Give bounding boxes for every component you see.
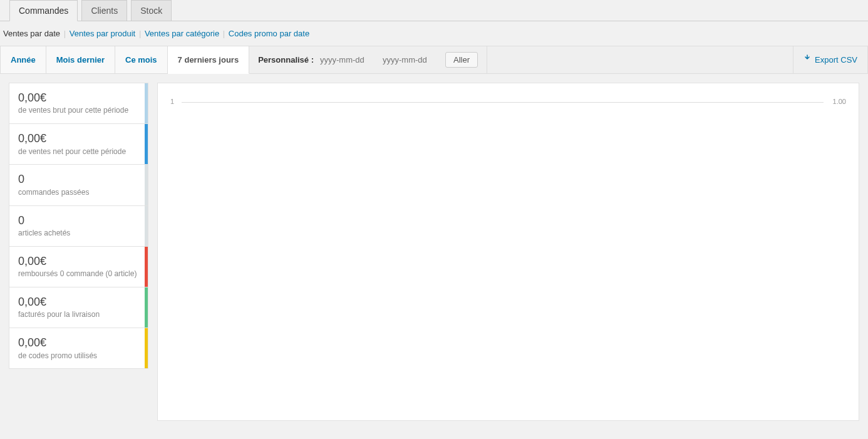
range-this-month[interactable]: Ce mois bbox=[115, 46, 168, 73]
date-range-row: Année Mois dernier Ce mois 7 derniers jo… bbox=[0, 46, 868, 74]
summary-list: 0,00€ de ventes brut pour cette période … bbox=[9, 83, 148, 369]
summary-value: 0,00€ bbox=[18, 254, 140, 269]
summary-coupons[interactable]: 0,00€ de codes promo utilisés bbox=[9, 328, 148, 369]
summary-items[interactable]: 0 articles achetés bbox=[9, 206, 148, 247]
summary-desc: de ventes net pour cette période bbox=[18, 147, 140, 157]
summary-orders[interactable]: 0 commandes passées bbox=[9, 165, 148, 205]
summary-desc: remboursés 0 commande (0 article) bbox=[18, 269, 140, 279]
separator: | bbox=[223, 29, 225, 38]
summary-value: 0,00€ bbox=[18, 91, 140, 105]
subnav-coupons[interactable]: Codes promo par date bbox=[229, 29, 309, 38]
report-body: 0,00€ de ventes brut pour cette période … bbox=[0, 74, 868, 421]
tab-commandes[interactable]: Commandes bbox=[9, 0, 78, 21]
summary-value: 0,00€ bbox=[18, 336, 140, 350]
top-tabs: Commandes Clients Stock bbox=[0, 0, 868, 21]
export-csv-button[interactable]: Export CSV bbox=[793, 46, 867, 73]
go-button[interactable]: Aller bbox=[445, 52, 478, 68]
summary-value: 0,00€ bbox=[18, 132, 140, 146]
summary-desc: de codes promo utilisés bbox=[18, 351, 140, 361]
range-year[interactable]: Année bbox=[1, 46, 46, 73]
spacer bbox=[487, 46, 793, 73]
summary-value: 0 bbox=[18, 172, 140, 187]
summary-desc: de ventes brut pour cette période bbox=[18, 105, 140, 116]
range-last-month[interactable]: Mois dernier bbox=[46, 46, 115, 73]
custom-label: Personnalisé : bbox=[258, 55, 314, 65]
subnav-by-product[interactable]: Ventes par produit bbox=[70, 29, 136, 38]
chart-axis-line bbox=[182, 102, 824, 103]
summary-value: 0,00€ bbox=[18, 295, 140, 309]
range-last-7-days[interactable]: 7 derniers jours bbox=[168, 46, 250, 74]
summary-value: 0 bbox=[18, 214, 140, 228]
tab-clients[interactable]: Clients bbox=[81, 0, 127, 21]
chart-tick-left: 1 bbox=[170, 98, 174, 105]
chart-tick-right: 1.00 bbox=[833, 98, 846, 105]
separator: | bbox=[64, 29, 66, 38]
summary-desc: commandes passées bbox=[18, 187, 140, 198]
export-csv-label: Export CSV bbox=[815, 55, 857, 65]
download-icon bbox=[803, 54, 811, 64]
summary-refunds[interactable]: 0,00€ remboursés 0 commande (0 article) bbox=[9, 247, 148, 287]
summary-desc: articles achetés bbox=[18, 228, 140, 239]
summary-gross-sales[interactable]: 0,00€ de ventes brut pour cette période bbox=[9, 83, 148, 124]
report-subnav: Ventes par date | Ventes par produit | V… bbox=[0, 21, 868, 46]
subnav-by-category[interactable]: Ventes par catégorie bbox=[145, 29, 219, 38]
tab-stock[interactable]: Stock bbox=[131, 0, 172, 21]
range-custom: Personnalisé : Aller bbox=[249, 46, 487, 73]
summary-net-sales[interactable]: 0,00€ de ventes net pour cette période bbox=[9, 124, 148, 165]
date-to-input[interactable] bbox=[383, 55, 439, 65]
subnav-by-date[interactable]: Ventes par date bbox=[3, 29, 60, 38]
separator: | bbox=[139, 29, 141, 38]
date-from-input[interactable] bbox=[320, 55, 376, 65]
summary-shipping[interactable]: 0,00€ facturés pour la livraison bbox=[9, 287, 148, 328]
summary-desc: facturés pour la livraison bbox=[18, 309, 140, 320]
chart-pane: 1 1.00 bbox=[157, 83, 859, 421]
